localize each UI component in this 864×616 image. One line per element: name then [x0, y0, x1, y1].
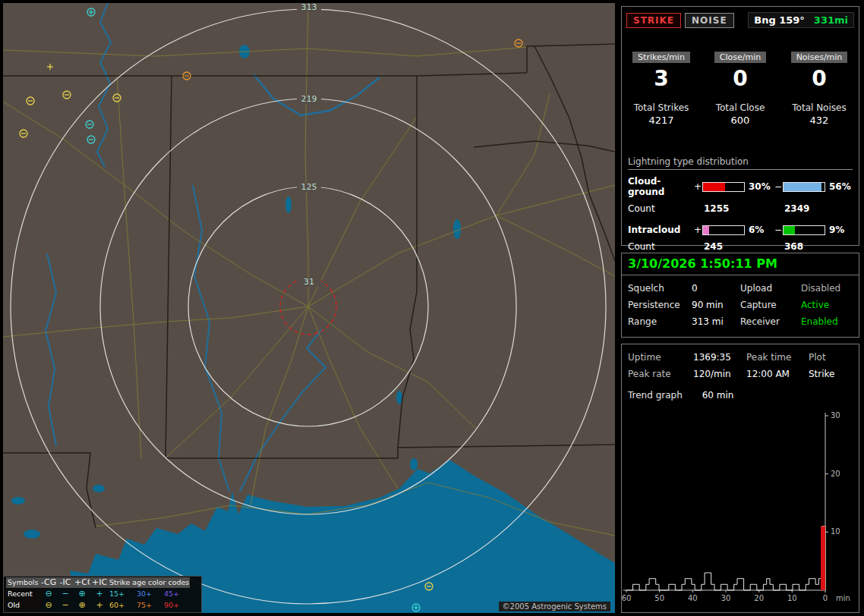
total-strikes-label: Total Strikes: [622, 102, 701, 113]
plus-sign: +: [693, 225, 702, 235]
cloud-ground-row: Cloud-ground + 30% − 56%: [628, 176, 853, 197]
total-noises-value: 432: [780, 115, 859, 126]
count-label: Count: [628, 241, 693, 252]
noises-per-min-column: Noises/min 0 Total Noises 432: [780, 49, 859, 126]
age-75: 75+: [135, 599, 162, 611]
total-strikes-value: 4217: [622, 115, 701, 126]
legend-row-old-label: Old: [6, 599, 39, 611]
peak-rate-value: 120/min: [693, 369, 746, 379]
trend-panel: Uptime 1369:35 Peak time Plot Peak rate …: [621, 344, 859, 613]
upload-label: Upload: [740, 283, 801, 294]
lake: [11, 497, 25, 504]
ic-minus-count: 368: [774, 241, 853, 252]
cloud-ground-count-row: Count 1255 2349: [628, 203, 853, 214]
legend-col-pos-cg: +CG: [73, 577, 90, 588]
range-ring-label-313: 313: [297, 3, 321, 12]
copyright-notice: ©2005 Astrogenic Systems: [499, 602, 610, 611]
plot-label: Plot: [809, 352, 853, 363]
pos-cg-recent-icon: ⊕: [73, 588, 90, 599]
count-label: Count: [628, 203, 693, 214]
trend-series-line: [626, 526, 825, 590]
lake: [410, 458, 418, 470]
neg-cg-old-icon: ⊖: [39, 599, 56, 611]
ic-plus-pct: 6%: [745, 225, 774, 235]
cg-plus-count: 1255: [693, 203, 774, 214]
cg-minus-pct: 56%: [825, 181, 851, 192]
capture-label: Capture: [740, 300, 801, 310]
close-per-min-column: Close/min 0 Total Close 600: [701, 49, 780, 126]
squelch-label: Squelch: [628, 283, 692, 294]
cg-plus-bar-fill: [703, 183, 725, 191]
legend-symbols-header: Symbols: [6, 577, 39, 588]
trend-x-tick-label: 30: [721, 594, 731, 602]
peak-rate-label: Peak rate: [628, 369, 693, 379]
range-value: 313 mi: [692, 316, 740, 327]
minus-sign: −: [774, 225, 783, 235]
capture-status: Active: [801, 300, 853, 310]
minus-sign: −: [774, 181, 783, 192]
legend-col-neg-ic: -IC: [56, 577, 73, 588]
legend-col-pos-ic: +IC: [90, 577, 108, 588]
symbol-legend: Symbols -CG -IC +CG +IC Strike age color…: [3, 576, 202, 613]
water-layer: [11, 45, 615, 613]
noise-mode-button[interactable]: NOISE: [685, 13, 734, 28]
persistence-value: 90 min: [692, 300, 740, 310]
uptime-label: Uptime: [628, 352, 693, 363]
trend-graph-chart: 1020306050403020100min: [622, 405, 859, 604]
squelch-value: 0: [692, 283, 740, 294]
pos-ic-old-icon: +: [90, 599, 108, 611]
total-close-label: Total Close: [701, 102, 780, 113]
trend-y-tick-label: 10: [831, 527, 840, 536]
peak-time-value: 12:00 AM: [746, 369, 809, 379]
legend-age-header: Strike age color codes: [108, 577, 190, 588]
strike-symbol-circle-minus: [27, 97, 34, 105]
close-per-min-value: 0: [701, 68, 780, 90]
age-30: 30+: [135, 588, 162, 599]
ic-minus-pct: 9%: [825, 225, 851, 235]
intracloud-count-row: Count 245 368: [628, 241, 853, 252]
trend-x-tick-label: 50: [654, 594, 664, 602]
trend-window-value: 60 min: [702, 390, 734, 401]
ic-minus-bar-fill: [784, 226, 795, 234]
noises-per-min-label: Noises/min: [791, 52, 848, 63]
lake: [24, 530, 40, 539]
receiver-status: Enabled: [801, 316, 853, 327]
trend-graph-label: Trend graph: [628, 390, 683, 401]
bearing-label: Bng 159°: [754, 14, 805, 26]
trend-y-tick-label: 30: [831, 411, 840, 420]
strike-symbol-circle-minus: [63, 91, 71, 99]
cg-minus-count: 2349: [774, 203, 853, 214]
ic-plus-bar-fill: [703, 226, 709, 234]
cg-plus-bar: [702, 182, 745, 192]
pos-ic-recent-icon: +: [90, 588, 108, 599]
datetime-display: 3/10/2026 1:50:11 PM: [622, 253, 859, 275]
ic-plus-count: 245: [693, 241, 774, 252]
cg-minus-bar-fill: [784, 183, 821, 191]
strike-symbol-circle-minus: [515, 39, 522, 47]
strikes-per-min-column: Strikes/min 3 Total Strikes 4217: [622, 49, 701, 126]
roads-layer: [3, 3, 615, 536]
close-per-min-label: Close/min: [714, 52, 766, 63]
distribution-title: Lightning type distribution: [628, 156, 853, 170]
total-noises-label: Total Noises: [780, 102, 859, 113]
legend-row-recent-label: Recent: [6, 588, 39, 599]
pos-cg-old-icon: ⊕: [73, 599, 90, 611]
settings-grid: Squelch 0 Upload Disabled Persistence 90…: [622, 275, 859, 327]
trend-x-tick-label: 0: [823, 594, 828, 602]
app-window: { "colors": { "accent_green": "#00dd44",…: [0, 0, 864, 616]
range-label: Range: [628, 316, 692, 327]
total-close-value: 600: [701, 115, 780, 126]
lake: [285, 196, 292, 213]
lake: [453, 219, 461, 239]
neg-ic-old-icon: −: [56, 599, 73, 611]
rate-stats: Strikes/min 3 Total Strikes 4217 Close/m…: [622, 49, 859, 126]
trend-x-tick-label: 40: [688, 594, 698, 602]
receiver-label: Receiver: [740, 316, 801, 327]
range-ring-label-31: 31: [297, 278, 321, 287]
intracloud-row: Intracloud + 6% − 9%: [628, 225, 853, 235]
strike-mode-button[interactable]: STRIKE: [626, 13, 681, 28]
uptime-value: 1369:35: [693, 352, 746, 363]
trend-graph-header: Trend graph 60 min: [628, 390, 853, 401]
noises-per-min-value: 0: [780, 68, 859, 90]
legend-col-neg-cg: -CG: [39, 577, 56, 588]
